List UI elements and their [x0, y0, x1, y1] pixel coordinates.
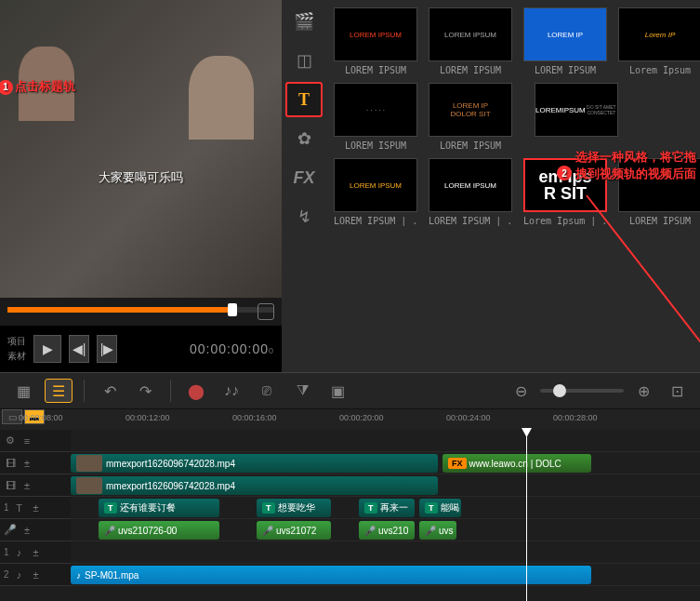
gallery-label: LOREM IPSUM	[334, 65, 417, 75]
title-clip[interactable]: T想要吃华	[257, 499, 331, 517]
timeline-toolbar: ▦ ☰ ↶ ↷ ⬤ ♪♪ ⎚ ⧩ ▣ ⊖ ⊕ ⊡	[0, 372, 700, 409]
ruler-mark: 00:00:08:00	[19, 413, 63, 422]
mic-icon: 🎤	[4, 524, 17, 537]
gallery-thumb: LOREM IPSUM	[429, 7, 512, 61]
track-row-settings[interactable]	[71, 430, 700, 452]
video-clip[interactable]: mmexport1626096742028.mp4	[71, 454, 438, 473]
mixer-button[interactable]: ⎚	[253, 379, 281, 403]
t-badge: T	[104, 502, 117, 514]
ruler-mark: 00:00:20:00	[339, 413, 384, 422]
audio-clip[interactable]: 🎤uvs210	[359, 521, 415, 540]
timeline: ▭ ▬ 00:00:08:0000:00:12:0000:00:16:0000:…	[0, 409, 700, 601]
t-badge: T	[364, 502, 377, 514]
track-head-overlay[interactable]: 🎞±	[0, 474, 71, 497]
prev-frame-button[interactable]: ◀|	[69, 335, 89, 363]
gallery-label: Lorem Ipsum	[618, 65, 700, 75]
track-row-voice[interactable]: 🎤uvs210726-00🎤uvs21072🎤uvs210🎤uvs	[71, 519, 700, 541]
tab-titles[interactable]: T	[285, 82, 323, 117]
transition-icon: ◫	[297, 50, 312, 71]
gallery-item[interactable]: LOREMIPSUMDO SIT AMET CONSECTET	[535, 83, 618, 151]
tab-media[interactable]: 🎬	[285, 4, 323, 39]
track-head-title[interactable]: 1T±	[0, 497, 71, 519]
track-body[interactable]: mmexport1626096742028.mp4 FX www.leawo.c…	[71, 430, 700, 586]
audio-clip[interactable]: 🎤uvs210726-00	[99, 521, 219, 540]
next-frame-button[interactable]: |▶	[97, 335, 117, 363]
gallery-item[interactable]: LOREM IPLOREM IPSUM	[523, 7, 607, 75]
title-clip[interactable]: T还有谁要订餐	[99, 499, 219, 517]
gallery-item[interactable]: LOREM IPSUMLOREM IPSUM	[334, 7, 417, 75]
gallery-thumb: LOREM IPSUM	[334, 158, 417, 212]
gallery-item[interactable]: Lorem IPLorem Ipsum	[618, 7, 700, 75]
timeline-ruler[interactable]: ▭ ▬ 00:00:08:0000:00:12:0000:00:16:0000:…	[0, 409, 700, 430]
record-button[interactable]: ⬤	[182, 379, 210, 403]
t-badge: T	[262, 502, 275, 514]
undo-button[interactable]: ↶	[96, 379, 124, 403]
track-head-music1[interactable]: 1♪±	[0, 541, 71, 564]
scrub-handle[interactable]	[228, 303, 237, 316]
gallery-item[interactable]: LOREM IPSUMLOREM IPSUM	[429, 7, 512, 75]
gallery-item[interactable]: LOREM IPSUMLOREM IPSUM | ...	[334, 158, 417, 226]
material-label: 素材	[7, 350, 26, 363]
gallery-thumb: LOREM IPSUM	[429, 158, 512, 212]
preview-video[interactable]: 大家要喝可乐吗	[0, 0, 282, 298]
redo-button[interactable]: ↷	[131, 379, 159, 403]
zoom-out-button[interactable]: ⊖	[507, 379, 535, 403]
fx-icon: FX	[293, 168, 314, 188]
clip-thumbnail	[76, 455, 102, 472]
title-clip[interactable]: T能喝	[419, 499, 461, 517]
track-row-video[interactable]: mmexport1626096742028.mp4 FX www.leawo.c…	[71, 452, 700, 474]
reel-icon: 🎞	[4, 479, 17, 492]
gallery-label: LOREM ISPUM	[334, 140, 417, 151]
path-icon: ↯	[297, 207, 311, 227]
fx-clip[interactable]: FX www.leawo.cn | DOLC	[442, 454, 591, 473]
zoom-fit-button[interactable]: ⊡	[663, 379, 691, 403]
gear-icon: ⚙	[4, 434, 17, 447]
gallery-label: LOREM IPSUM	[429, 65, 512, 75]
preview-controls: 项目 素材 ▶ ◀| |▶ 00:00:00:000	[0, 326, 282, 372]
overlay-clip[interactable]: mmexport1626096742028.mp4	[71, 476, 438, 495]
ruler-mark: 00:00:24:00	[446, 413, 491, 422]
audio-button[interactable]: ♪♪	[218, 379, 245, 403]
gallery-item[interactable]: LOREM IP DOLOR SITLOREM IPSUM	[429, 83, 512, 151]
play-button[interactable]: ▶	[33, 335, 61, 363]
ruler-mark: 00:00:12:00	[125, 413, 170, 422]
popout-icon[interactable]	[258, 303, 274, 320]
gallery-item[interactable]: LOREM IPSUMLOREM IPSUM | ...	[429, 158, 512, 226]
tab-fx[interactable]: FX	[285, 160, 323, 195]
track-row-music1[interactable]	[71, 541, 700, 564]
track-head-voice[interactable]: 🎤±	[0, 519, 71, 541]
track-head-video[interactable]: 🎞±	[0, 452, 71, 474]
tab-graphics[interactable]: ✿	[285, 121, 323, 156]
title-gallery: LOREM IPSUMLOREM IPSUMLOREM IPSUMLOREM I…	[326, 0, 700, 372]
marker-button[interactable]: ⧩	[288, 379, 316, 403]
title-clip[interactable]: T再来一	[359, 499, 415, 517]
zoom-controls: ⊖ ⊕ ⊡	[507, 379, 691, 403]
gallery-label: LOREM IPSUM | ...	[429, 216, 512, 226]
gallery-thumb: LOREMIPSUMDO SIT AMET CONSECTET	[535, 83, 618, 137]
gallery-label: LOREM IPSUM	[523, 65, 607, 75]
gallery-item[interactable]: · · · · ·LOREM ISPUM	[334, 83, 417, 151]
gallery-thumb: LOREM IPSUM	[334, 7, 417, 61]
track-row-music2[interactable]: ♪SP-M01.mpa	[71, 564, 700, 586]
track-head-music2[interactable]: 2♪±	[0, 564, 71, 586]
playhead[interactable]	[526, 430, 527, 601]
track-row-title[interactable]: T还有谁要订餐T想要吃华T再来一T能喝	[71, 497, 700, 519]
chapter-button[interactable]: ▣	[324, 379, 351, 403]
tab-paths[interactable]: ↯	[285, 199, 323, 234]
audio-clip[interactable]: 🎤uvs21072	[257, 521, 331, 540]
flower-icon: ✿	[297, 128, 311, 149]
music-clip[interactable]: ♪SP-M01.mpa	[71, 566, 591, 584]
gallery-label: Lorem Ipsum | ...	[523, 216, 607, 226]
zoom-slider[interactable]	[540, 389, 624, 393]
tab-transitions[interactable]: ◫	[285, 43, 323, 78]
track-row-overlay[interactable]: mmexport1626096742028.mp4	[71, 474, 700, 497]
audio-clip[interactable]: 🎤uvs	[419, 521, 456, 540]
zoom-in-button[interactable]: ⊕	[629, 379, 657, 403]
music-icon: ♪	[13, 568, 26, 581]
track-head-settings[interactable]: ⚙≡	[0, 430, 71, 452]
gallery-thumb: · · · · ·	[334, 83, 417, 137]
storyboard-view-button[interactable]: ▦	[9, 379, 37, 403]
scrub-bar[interactable]	[7, 307, 274, 313]
zoom-thumb[interactable]	[553, 384, 566, 397]
timeline-view-button[interactable]: ☰	[45, 379, 73, 403]
